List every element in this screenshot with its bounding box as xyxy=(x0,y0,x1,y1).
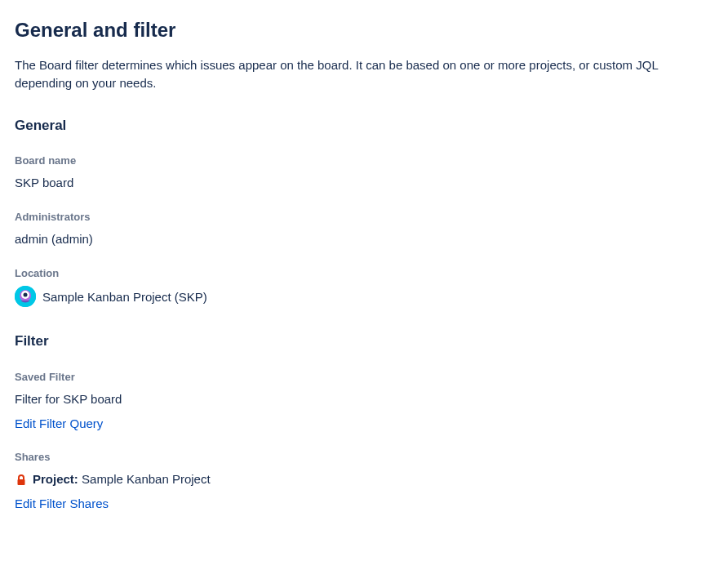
general-section: General Board name SKP board Administrat… xyxy=(15,116,713,308)
board-name-label: Board name xyxy=(15,154,713,169)
general-heading: General xyxy=(15,116,713,136)
location-value[interactable]: Sample Kanban Project (SKP) xyxy=(42,288,207,306)
location-label: Location xyxy=(15,266,713,282)
filter-section: Filter Saved Filter Filter for SKP board… xyxy=(15,332,713,512)
shares-project-name: Sample Kanban Project xyxy=(82,472,211,486)
administrators-value[interactable]: admin (admin) xyxy=(15,230,713,248)
filter-heading: Filter xyxy=(15,332,713,352)
page-description: The Board filter determines which issues… xyxy=(15,56,713,93)
saved-filter-field: Saved Filter Filter for SKP board Edit F… xyxy=(15,370,713,432)
saved-filter-label: Saved Filter xyxy=(15,370,713,385)
page-title: General and filter xyxy=(15,16,713,45)
shares-label: Shares xyxy=(15,450,713,465)
edit-filter-query-link[interactable]: Edit Filter Query xyxy=(15,415,103,433)
administrators-label: Administrators xyxy=(15,210,713,225)
location-field: Location Sample Kanban Project (SKP) xyxy=(15,266,713,308)
shares-project-prefix: Project: xyxy=(33,472,78,486)
board-name-value[interactable]: SKP board xyxy=(15,174,713,192)
lock-icon xyxy=(15,474,28,487)
shares-field: Shares Project: Sample Kanban Project Ed… xyxy=(15,450,713,512)
svg-point-3 xyxy=(24,293,28,297)
edit-filter-shares-link[interactable]: Edit Filter Shares xyxy=(15,495,109,513)
board-name-field: Board name SKP board xyxy=(15,154,713,192)
svg-rect-4 xyxy=(18,479,25,485)
saved-filter-value: Filter for SKP board xyxy=(15,390,713,408)
project-avatar-icon xyxy=(15,286,36,307)
administrators-field: Administrators admin (admin) xyxy=(15,210,713,248)
